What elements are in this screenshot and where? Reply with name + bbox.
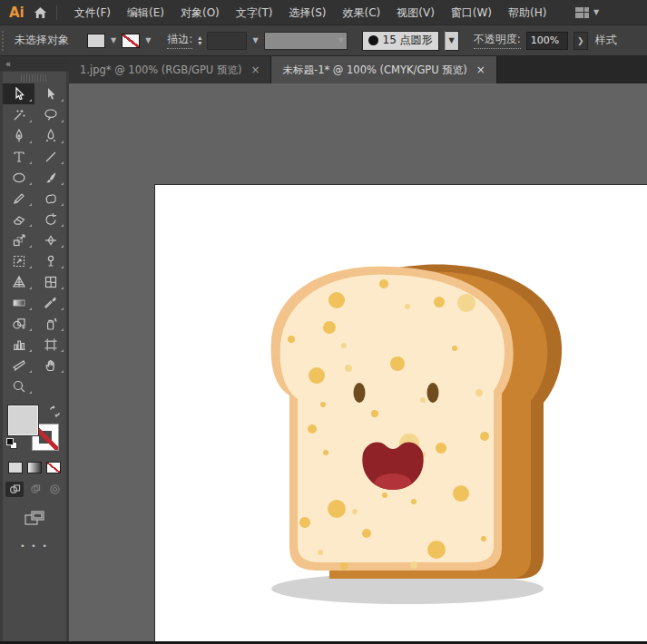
menu-separator <box>56 5 57 20</box>
slice-tool[interactable] <box>3 355 34 376</box>
puppet-warp-tool[interactable] <box>34 250 66 271</box>
color-button[interactable] <box>8 462 23 473</box>
curvature-tool[interactable] <box>34 125 66 146</box>
menu-item-3[interactable]: 对象(O) <box>172 0 228 25</box>
menu-item-2[interactable]: 编辑(E) <box>119 0 172 25</box>
stroke-weight-chevron-icon[interactable]: ▼ <box>252 37 258 44</box>
menu-item-5[interactable]: 选择(S) <box>281 0 335 25</box>
default-fill-stroke-icon[interactable] <box>6 438 17 449</box>
edit-toolbar-button[interactable]: • • • <box>20 542 49 551</box>
bread-spot <box>308 424 317 434</box>
style-label[interactable]: 样式 <box>595 33 617 48</box>
eyedropper-icon <box>44 296 58 310</box>
fill-proxy-swatch[interactable] <box>8 405 38 435</box>
menu-item-7[interactable]: 视图(V) <box>388 0 443 25</box>
menu-item-4[interactable]: 文字(T) <box>228 0 281 25</box>
bread-spot <box>411 499 417 504</box>
collapse-icon: « <box>5 59 11 69</box>
menu-item-1[interactable]: 文件(F) <box>66 0 119 25</box>
opacity-next-icon[interactable]: ❯ <box>573 32 588 50</box>
stroke-profile-dropdown[interactable]: ▼ <box>264 32 348 50</box>
gradient-button[interactable] <box>27 462 42 473</box>
shape-builder-tool[interactable] <box>3 313 34 334</box>
stroke-weight-field[interactable] <box>207 32 247 50</box>
type-tool[interactable] <box>3 146 34 167</box>
paintbrush-tool[interactable] <box>34 167 66 188</box>
tab-close-icon[interactable]: × <box>250 64 260 75</box>
stroke-weight-label[interactable]: 描边: <box>167 32 192 49</box>
magic-wand-tool[interactable] <box>3 104 34 125</box>
hand-icon <box>44 358 58 373</box>
line-segment-tool[interactable] <box>34 146 66 167</box>
document-tab-1[interactable]: 1.jpg* @ 100% (RGB/GPU 预览)× <box>69 56 271 83</box>
brush-chevron[interactable]: ▼ <box>445 31 459 51</box>
draw-inside-icon[interactable] <box>45 482 64 497</box>
tab-close-icon[interactable]: × <box>476 64 485 75</box>
pencil-icon <box>12 191 26 206</box>
eyedropper-tool[interactable] <box>34 292 66 313</box>
artboard-tool[interactable] <box>34 334 66 355</box>
panel-grip[interactable] <box>2 31 5 51</box>
draw-normal-icon[interactable] <box>5 482 24 497</box>
stroke-weight-stepper[interactable]: ▴▾ <box>198 35 201 46</box>
lasso-tool[interactable] <box>34 104 66 125</box>
free-transform-tool[interactable] <box>3 250 34 271</box>
selection-icon <box>12 87 26 102</box>
bread-spot <box>427 541 446 559</box>
swap-fill-stroke-icon[interactable] <box>49 404 61 421</box>
shaper-tool[interactable] <box>34 188 66 209</box>
bread-spot <box>328 500 346 518</box>
direct-selection-icon <box>44 87 58 102</box>
pasteboard <box>69 83 647 644</box>
hand-tool[interactable] <box>34 355 66 376</box>
eraser-tool[interactable] <box>3 209 34 229</box>
collapse-panel-button[interactable]: « <box>0 56 69 71</box>
slice-icon <box>12 358 26 373</box>
rotate-tool[interactable] <box>34 209 66 229</box>
pen-tool[interactable] <box>3 125 34 146</box>
direct-selection-tool[interactable] <box>34 83 66 104</box>
symbol-sprayer-icon <box>44 317 58 331</box>
brush-name: 15 点圆形 <box>383 33 433 48</box>
bread-spot <box>320 402 326 407</box>
symbol-sprayer-tool[interactable] <box>34 313 66 334</box>
stroke-chevron-icon[interactable]: ▼ <box>145 37 151 44</box>
column-graph-icon <box>12 337 26 352</box>
control-bar: 未选择对象 ▼ ▼ 描边: ▴▾ ▼ ▼ 15 点圆形 ▼ 不透明度: 100%… <box>0 25 647 56</box>
toolbar-panel: • • • <box>2 71 67 644</box>
ellipse-tool[interactable] <box>3 167 34 188</box>
scale-tool[interactable] <box>3 229 34 250</box>
workspace-switcher[interactable]: ▼ <box>575 0 599 25</box>
gradient-tool[interactable] <box>3 292 34 313</box>
opacity-field[interactable]: 100% <box>526 32 568 50</box>
perspective-grid-tool[interactable] <box>3 271 34 292</box>
menu-item-8[interactable]: 窗口(W) <box>443 0 500 25</box>
bread-spot <box>318 550 323 555</box>
zoom-tool[interactable] <box>3 376 34 396</box>
screen-mode-icon[interactable] <box>24 510 45 531</box>
brush-definition-dropdown[interactable]: 15 点圆形 <box>362 31 439 51</box>
menu-item-9[interactable]: 帮助(H) <box>500 0 554 25</box>
menu-item-6[interactable]: 效果(C) <box>334 0 388 25</box>
draw-behind-icon[interactable] <box>25 482 44 497</box>
stroke-color-swatch[interactable] <box>122 34 140 48</box>
artboard <box>154 184 647 644</box>
mesh-tool[interactable] <box>34 271 66 292</box>
fill-color-swatch[interactable] <box>87 34 105 48</box>
width-tool[interactable] <box>34 229 66 250</box>
document-tab-2[interactable]: 未标题-1* @ 100% (CMYK/GPU 预览)× <box>271 56 496 83</box>
toolbar-drag-handle[interactable] <box>21 74 48 82</box>
bread-spot <box>457 294 475 312</box>
bread-spot <box>371 410 378 417</box>
bread-spot <box>340 562 348 570</box>
column-graph-tool[interactable] <box>3 334 34 355</box>
none-button[interactable] <box>46 462 61 473</box>
fill-stroke-control <box>6 404 63 454</box>
pencil-tool[interactable] <box>3 188 34 209</box>
home-icon[interactable] <box>34 6 47 19</box>
bread-illustration[interactable] <box>155 185 647 644</box>
fill-chevron-icon[interactable]: ▼ <box>111 37 116 44</box>
tab-label: 1.jpg* @ 100% (RGB/GPU 预览) <box>80 63 241 77</box>
selection-tool[interactable] <box>3 83 34 104</box>
opacity-label[interactable]: 不透明度: <box>474 32 521 49</box>
